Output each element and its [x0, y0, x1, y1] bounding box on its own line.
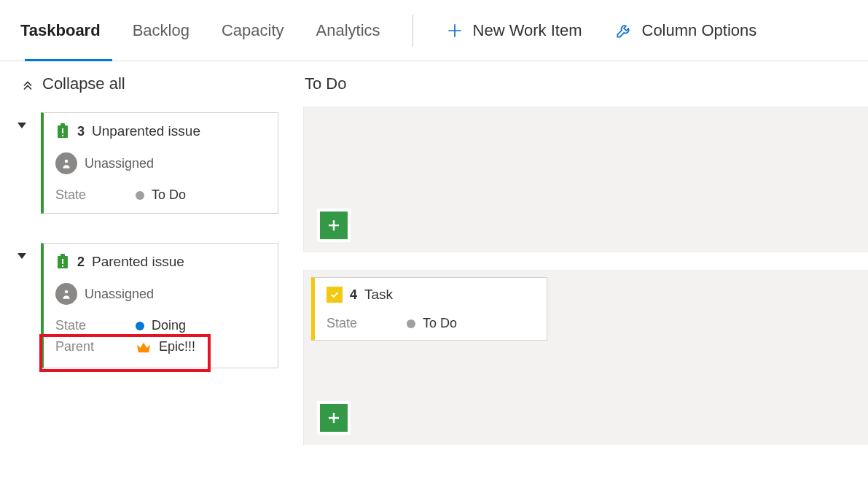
work-item-card[interactable]: 3 Unparented issue Unassigned State To D…: [41, 112, 278, 214]
task-type-icon: [327, 287, 343, 303]
svg-rect-6: [60, 254, 65, 257]
svg-point-9: [65, 290, 69, 294]
new-work-item-button[interactable]: New Work Item: [429, 21, 598, 40]
state-value: Doing: [152, 318, 186, 333]
state-value: To Do: [423, 316, 457, 331]
svg-point-4: [65, 160, 69, 163]
add-task-button[interactable]: [317, 209, 351, 242]
field-label-state: State: [327, 316, 407, 331]
plus-icon: [325, 409, 343, 427]
row-headers-column: Collapse all 3 Unparented issue Unassign…: [0, 61, 290, 398]
tab-divider: [413, 15, 413, 47]
tabbar: Taskboard Backlog Capacity Analytics New…: [0, 0, 868, 61]
state-value: To Do: [152, 187, 186, 203]
tab-analytics[interactable]: Analytics: [300, 0, 396, 61]
dropzone[interactable]: [303, 106, 868, 252]
unassigned-avatar-icon: [55, 152, 77, 174]
swimlane-row: 3 Unparented issue Unassigned State To D…: [20, 112, 281, 214]
board: Collapse all 3 Unparented issue Unassign…: [0, 61, 868, 462]
work-item-card[interactable]: 2 Parented issue Unassigned State Doing: [41, 243, 278, 368]
work-item-id: 4: [350, 287, 357, 303]
column-options-button[interactable]: Column Options: [598, 21, 773, 40]
field-label-state: State: [55, 318, 136, 333]
tab-backlog[interactable]: Backlog: [117, 0, 206, 61]
task-card[interactable]: 4 Task State To Do: [311, 277, 547, 341]
expand-caret-icon[interactable]: [17, 253, 26, 259]
column-options-label: Column Options: [642, 21, 757, 40]
column-header: To Do: [303, 74, 868, 93]
svg-rect-1: [60, 123, 65, 127]
add-task-button[interactable]: [317, 401, 351, 435]
swimlane-row: 2 Parented issue Unassigned State Doing: [20, 243, 281, 368]
state-dot-icon: [136, 191, 144, 200]
svg-rect-7: [62, 259, 63, 264]
tab-taskboard[interactable]: Taskboard: [20, 0, 117, 61]
assignee-label: Unassigned: [85, 156, 154, 171]
work-item-title: Parented issue: [92, 254, 184, 270]
annotation-highlight: [39, 334, 211, 372]
state-dot-icon: [407, 319, 415, 328]
tab-capacity[interactable]: Capacity: [206, 0, 300, 61]
plus-icon: [325, 217, 343, 234]
expand-caret-icon[interactable]: [17, 123, 26, 128]
work-item-id: 2: [77, 255, 85, 270]
svg-rect-2: [62, 128, 63, 133]
svg-rect-3: [62, 135, 63, 136]
board-column-todo: To Do 4 Task State: [290, 61, 868, 462]
issue-icon: [55, 123, 70, 139]
collapse-all-button[interactable]: Collapse all: [20, 74, 281, 93]
field-label-state: State: [55, 187, 136, 203]
state-dot-icon: [136, 322, 144, 330]
svg-rect-8: [62, 265, 63, 267]
dropzone[interactable]: 4 Task State To Do: [303, 270, 868, 445]
work-item-title: Unparented issue: [92, 123, 200, 139]
wrench-icon: [614, 21, 633, 40]
collapse-all-label: Collapse all: [42, 74, 125, 93]
issue-icon: [55, 254, 70, 270]
assignee-label: Unassigned: [85, 287, 154, 302]
plus-icon: [445, 21, 464, 40]
work-item-title: Task: [364, 287, 393, 303]
work-item-id: 3: [77, 124, 85, 139]
unassigned-avatar-icon: [55, 283, 77, 305]
chevron-double-up-icon: [20, 77, 35, 91]
new-work-item-label: New Work Item: [473, 21, 582, 40]
